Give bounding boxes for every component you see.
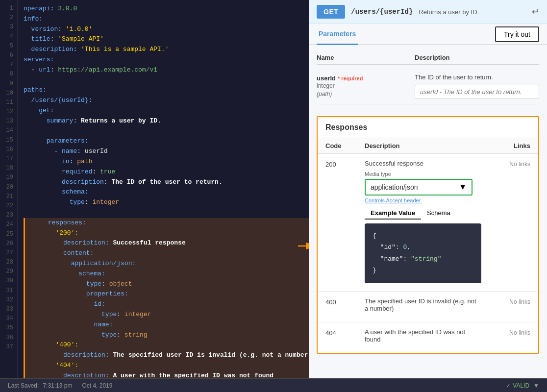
code-line-23: '200':: [24, 228, 309, 239]
code-line-13: [24, 126, 309, 137]
status-bar: Last Saved: 7:31:13 pm - Oct 4, 2019 ✓ V…: [0, 378, 547, 392]
params-col-desc-header: Description: [415, 54, 539, 61]
line-num-35: 35: [6, 323, 13, 333]
line-num-9: 9: [6, 79, 13, 89]
line-num-11: 11: [6, 98, 13, 107]
params-col-name-header: Name: [317, 54, 415, 61]
code-line-11: get:: [24, 106, 309, 116]
main-content: 1 2 3 4 5 6 7 8 9 10 11 12 13 14 15 16 1: [0, 0, 547, 378]
line-num-6: 6: [6, 51, 13, 60]
code-line-19: schema:: [24, 187, 309, 197]
code-line-22: responses:: [24, 218, 309, 228]
last-saved-date: Oct 4, 2019: [82, 382, 112, 389]
example-code-block: { "id": 0, "name": "string" }: [365, 223, 481, 283]
resp-col-desc-header: Description: [365, 142, 481, 149]
checkmark-icon: ✓: [506, 382, 511, 389]
code-line-36: '404':: [24, 361, 309, 371]
media-type-select[interactable]: application/json ▼: [365, 179, 472, 196]
line-num-19: 19: [6, 173, 13, 182]
code-line-4: title: 'Sample API': [24, 34, 309, 45]
code-line-33: type: string: [24, 330, 309, 341]
resp-desc-text-200: Successful response: [365, 160, 481, 167]
media-type-label: Media type: [365, 171, 481, 177]
line-numbers: 1 2 3 4 5 6 7 8 9 10 11 12 13 14 15 16 1: [0, 0, 18, 378]
tab-example-value[interactable]: Example Value: [365, 207, 421, 220]
code-line-15: - name: userId: [24, 147, 309, 157]
line-num-7: 7: [6, 60, 13, 70]
arrow-connector: [298, 240, 309, 254]
code-line-37: description: A user with the specified I…: [24, 371, 309, 378]
line-num-8: 8: [6, 70, 13, 79]
line-num-27: 27: [6, 248, 13, 258]
code-line-14: parameters:: [24, 136, 309, 147]
code-line-32: name:: [24, 320, 309, 330]
param-name-col: userId* required integer (path): [317, 74, 415, 98]
code-line-35: description: The specified user ID is in…: [24, 350, 309, 361]
line-num-25: 25: [6, 230, 13, 239]
line-num-31: 31: [6, 286, 13, 295]
line-num-33: 33: [6, 305, 13, 314]
code-line-16: in: path: [24, 157, 309, 167]
valid-label: VALID: [513, 382, 529, 389]
code-line-10: /users/{userId}:: [24, 96, 309, 106]
resp-col-links-header: Links: [481, 142, 530, 149]
code-line-3: version: '1.0.0': [24, 24, 309, 35]
chevron-down-icon: ▼: [459, 183, 467, 192]
code-line-29: properties:: [24, 289, 309, 299]
param-input-userid[interactable]: [415, 85, 539, 99]
line-num-32: 32: [6, 295, 13, 305]
swagger-panel: GET /users/{userId} Returns a user by ID…: [309, 0, 547, 378]
controls-prefix: Controls: [365, 197, 386, 203]
tab-schema[interactable]: Schema: [421, 207, 456, 220]
line-num-28: 28: [6, 258, 13, 267]
line-num-23: 23: [6, 211, 13, 220]
line-num-10: 10: [6, 89, 13, 98]
resp-row-200: 200 Successful response Media type appli…: [318, 154, 538, 292]
code-line-25: content:: [24, 248, 309, 259]
code-line-30: id:: [24, 299, 309, 310]
line-num-26: 26: [6, 239, 13, 248]
responses-title: Responses: [318, 117, 538, 138]
line-num-34: 34: [6, 314, 13, 323]
code-line-7: - url: https://api.example.com/v1: [24, 65, 309, 75]
line-num-13: 13: [6, 117, 13, 126]
line-num-24: 24: [6, 220, 13, 229]
resp-links-200: No links: [481, 160, 530, 168]
code-line-1: openapi: 3.0.0: [24, 4, 309, 14]
code-line-34: '400':: [24, 340, 309, 350]
code-line-17: required: true: [24, 167, 309, 177]
swagger-tabs: Parameters Try it out: [309, 24, 547, 45]
params-table-header: Name Description: [317, 51, 539, 65]
line-num-16: 16: [6, 145, 13, 154]
line-num-4: 4: [6, 32, 13, 42]
resp-desc-200: Successful response Media type applicati…: [365, 160, 481, 285]
resp-desc-404: A user with the specified ID was not fou…: [365, 328, 481, 347]
code-line-18: description: The ID of the user to retur…: [24, 177, 309, 188]
resp-links-404: No links: [481, 328, 530, 336]
responses-table-header: Code Description Links: [318, 138, 538, 154]
code-lines: 1 2 3 4 5 6 7 8 9 10 11 12 13 14 15 16 1: [0, 0, 309, 378]
try-it-out-button[interactable]: Try it out: [495, 26, 539, 42]
resp-row-404: 404 A user with the specified ID was not…: [318, 322, 538, 353]
code-line-24: description: Successful response: [24, 238, 309, 248]
code-line-26: application/json:: [24, 259, 309, 269]
tab-parameters[interactable]: Parameters: [317, 24, 358, 45]
resp-code-404: 404: [325, 328, 365, 337]
line-num-3: 3: [6, 23, 13, 32]
resp-desc-text-400: The specified user ID is invalid (e.g. n…: [365, 297, 481, 312]
code-line-6: servers:: [24, 55, 309, 65]
line-num-14: 14: [6, 126, 13, 135]
chevron-down-status-icon[interactable]: ▼: [533, 382, 539, 389]
resp-desc-400: The specified user ID is invalid (e.g. n…: [365, 297, 481, 316]
controls-accept-link[interactable]: Accept: [386, 197, 402, 203]
return-icon[interactable]: ↵: [532, 6, 539, 17]
line-num-1: 1: [6, 4, 13, 13]
resp-code-200: 200: [325, 160, 365, 168]
last-saved-label: Last Saved:: [8, 382, 39, 389]
endpoint-summary: Returns a user by ID.: [419, 8, 526, 16]
line-num-30: 30: [6, 276, 13, 286]
resp-desc-text-404: A user with the specified ID was not fou…: [365, 328, 481, 343]
example-schema-tabs: Example Value Schema: [365, 207, 481, 220]
resp-code-400: 400: [325, 297, 365, 306]
controls-suffix: header.: [402, 197, 422, 203]
